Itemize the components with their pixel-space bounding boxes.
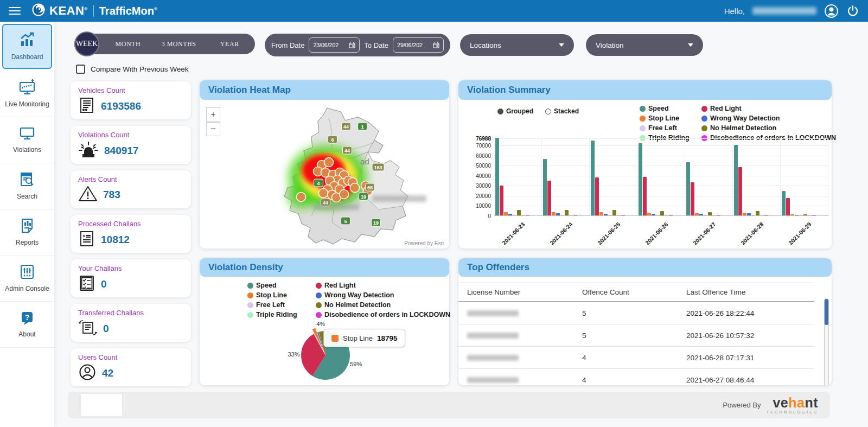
sidebar-item-dashboard[interactable]: Dashboard — [2, 24, 52, 69]
bar-red-light[interactable] — [691, 182, 694, 215]
bar-disobedience-of-orders-in-lockdown[interactable] — [526, 215, 529, 215]
bar-speed[interactable] — [782, 191, 786, 216]
user-profile-icon[interactable] — [824, 4, 839, 18]
bar-free-left[interactable] — [608, 215, 612, 215]
bar-triple-riding[interactable] — [569, 215, 573, 215]
bar-speed[interactable] — [543, 159, 547, 215]
bar-speed[interactable] — [686, 162, 690, 215]
stat-card-violations-count[interactable]: Violations Count840917 — [71, 126, 191, 164]
violation-marker[interactable] — [297, 193, 306, 202]
legend-swatch — [701, 125, 707, 131]
bar-no-helmet-detection[interactable] — [708, 212, 712, 215]
bar-stop-line[interactable] — [552, 212, 556, 215]
bar-triple-riding[interactable] — [712, 215, 716, 215]
sidebar-item-search[interactable]: Search — [0, 163, 54, 209]
bar-disobedience-of-orders-in-lockdown[interactable] — [669, 215, 673, 215]
scrollbar-thumb[interactable] — [825, 299, 828, 325]
bar-no-helmet-detection[interactable] — [612, 210, 616, 215]
bar-free-left[interactable] — [704, 215, 707, 215]
stat-card-users-count[interactable]: Users Count42 — [71, 348, 191, 386]
bar-triple-riding[interactable] — [665, 215, 668, 215]
bar-wrong-way-detection[interactable] — [556, 213, 560, 215]
bar-speed[interactable] — [495, 138, 499, 215]
bar-no-helmet-detection[interactable] — [803, 214, 807, 215]
bar-free-left[interactable] — [799, 215, 803, 215]
tab-week-active[interactable]: WEEK — [74, 31, 99, 56]
table-scrollbar[interactable] — [824, 298, 829, 385]
sidebar-item-admin-console[interactable]: Admin Console — [0, 256, 54, 302]
bar-triple-riding[interactable] — [760, 215, 764, 215]
bar-disobedience-of-orders-in-lockdown[interactable] — [573, 215, 577, 215]
bar-no-helmet-detection[interactable] — [565, 210, 569, 215]
map-zoom-out-button[interactable]: − — [206, 122, 220, 136]
radio-stacked[interactable]: Stacked — [545, 107, 579, 115]
sidebar-item-reports[interactable]: Reports — [0, 209, 54, 256]
violation-marker[interactable] — [350, 183, 360, 193]
bar-wrong-way-detection[interactable] — [652, 214, 655, 215]
sidebar-item-live-monitoring[interactable]: Live Monitoring — [0, 71, 54, 117]
to-date-input[interactable]: 29/06/202 — [393, 37, 444, 53]
bar-free-left[interactable] — [751, 215, 755, 215]
power-logout-icon[interactable] — [846, 4, 859, 17]
bar-triple-riding[interactable] — [617, 215, 621, 215]
bar-no-helmet-detection[interactable] — [756, 211, 760, 215]
bar-stop-line[interactable] — [743, 213, 746, 215]
bar-triple-riding[interactable] — [808, 215, 812, 215]
bar-free-left[interactable] — [656, 215, 660, 215]
bar-stop-line[interactable] — [695, 213, 699, 215]
heat-map[interactable]: 4416441636519444519 — [200, 100, 449, 248]
bar-no-helmet-detection[interactable] — [660, 211, 664, 215]
bar-wrong-way-detection[interactable] — [604, 214, 608, 215]
bar-speed[interactable] — [734, 145, 738, 215]
violation-dropdown[interactable]: Violation — [586, 34, 703, 56]
table-row[interactable]: 42021-06-27 08:46:44 — [458, 369, 814, 385]
stat-card-your-challans[interactable]: Your Challans0 — [71, 259, 191, 297]
bar-red-light[interactable] — [786, 198, 790, 215]
table-row[interactable]: 52021-06-26 18:22:44 — [458, 302, 814, 324]
bar-red-light[interactable] — [500, 186, 503, 215]
bar-triple-riding[interactable] — [521, 215, 525, 215]
violation-marker[interactable] — [340, 190, 349, 199]
bar-disobedience-of-orders-in-lockdown[interactable] — [812, 215, 816, 215]
bar-speed[interactable] — [639, 143, 642, 215]
bar-wrong-way-detection[interactable] — [747, 213, 751, 215]
stat-card-alerts-count[interactable]: Alerts Count783 — [71, 170, 191, 208]
bar-disobedience-of-orders-in-lockdown[interactable] — [764, 215, 768, 215]
hamburger-menu-icon[interactable] — [9, 5, 21, 17]
locations-dropdown[interactable]: Locations — [460, 34, 574, 56]
bar-stop-line[interactable] — [504, 212, 508, 215]
table-row[interactable]: 52021-06-26 10:57:32 — [458, 324, 814, 347]
violation-marker[interactable] — [319, 189, 328, 198]
tab-month[interactable]: MONTH — [103, 40, 154, 48]
bar-free-left[interactable] — [513, 215, 516, 215]
compare-checkbox[interactable] — [76, 65, 85, 74]
sidebar-item-about[interactable]: ?About — [0, 302, 54, 348]
bar-wrong-way-detection[interactable] — [699, 214, 703, 215]
bar-disobedience-of-orders-in-lockdown[interactable] — [621, 215, 625, 215]
bar-wrong-way-detection[interactable] — [508, 214, 512, 215]
from-date-input[interactable]: 23/06/202 — [309, 37, 360, 53]
bar-no-helmet-detection[interactable] — [517, 210, 521, 215]
stat-card-transferred-challans[interactable]: Transferred Challans0 — [71, 304, 191, 342]
bar-red-light[interactable] — [547, 181, 551, 215]
map-zoom-in-button[interactable]: + — [206, 107, 220, 122]
bar-red-light[interactable] — [643, 177, 647, 216]
bar-stop-line[interactable] — [647, 213, 651, 215]
bar-stop-line[interactable] — [599, 212, 603, 215]
tab-year[interactable]: YEAR — [204, 40, 255, 48]
bar-wrong-way-detection[interactable] — [795, 215, 799, 215]
bar-disobedience-of-orders-in-lockdown[interactable] — [717, 215, 720, 215]
sidebar-item-violations[interactable]: Violations — [0, 117, 54, 163]
bar-speed[interactable] — [591, 141, 595, 215]
violation-marker[interactable] — [324, 158, 334, 167]
bar-free-left[interactable] — [560, 215, 564, 215]
bar-stop-line[interactable] — [790, 214, 794, 215]
stat-card-processed-challans[interactable]: Processed Challans10812 — [71, 215, 191, 253]
tab-3-months[interactable]: 3 MONTHS — [154, 40, 205, 48]
stat-card-vehicles-count[interactable]: Vehicles Count6193586 — [71, 81, 191, 119]
pie-tooltip: Stop Line 18795 — [323, 329, 405, 347]
bar-red-light[interactable] — [738, 167, 742, 215]
bar-red-light[interactable] — [595, 177, 599, 215]
table-row[interactable]: 42021-06-28 07:17:31 — [458, 347, 814, 369]
radio-grouped[interactable]: Grouped — [497, 107, 533, 115]
